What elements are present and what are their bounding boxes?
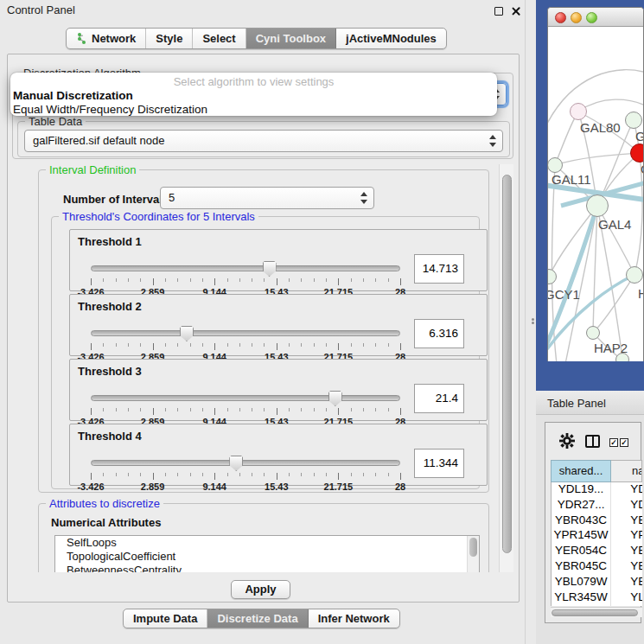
table-row[interactable]: YIL052CYIL0 (552, 605, 642, 606)
close-panel-icon[interactable] (511, 6, 521, 16)
mode-tab-discretize-data[interactable]: Discretize Data (207, 609, 308, 628)
attribute-list-item[interactable]: TopologicalCoefficient (55, 550, 479, 564)
threshold-slider[interactable]: -3.4262.8599.14415.4321.71528 (91, 324, 400, 357)
table-row[interactable]: YDL19...YDL1 (552, 482, 642, 498)
dropdown-item[interactable]: Manual Discretization (13, 89, 133, 102)
tick-mark (190, 343, 191, 347)
network-node[interactable] (626, 266, 643, 284)
table-data-combobox[interactable]: galFiltered.sif default node (24, 130, 503, 152)
panel-divider-grip[interactable] (530, 317, 535, 326)
attributes-scrollbar[interactable] (467, 536, 479, 572)
table-cell[interactable]: YPR145W (552, 528, 611, 544)
checkbox-icon[interactable]: ✓ (620, 438, 628, 447)
table-cell[interactable]: YDR2 (611, 498, 642, 513)
slider-track[interactable] (91, 330, 400, 336)
table-row[interactable]: YPR145WYPR1 (552, 528, 642, 544)
attribute-list-item[interactable]: BetweennessCentrality (55, 564, 479, 572)
table-cell[interactable]: YLR3 (611, 590, 642, 606)
threshold-slider[interactable]: -3.4262.8599.14415.4321.71528 (91, 259, 400, 292)
number-of-intervals-combobox[interactable]: 5 (160, 187, 374, 209)
threshold-slider[interactable]: -3.4262.8599.14415.4321.71528 (91, 389, 400, 422)
table-cell[interactable]: YBR0 (611, 513, 642, 529)
settings-vertical-scrollbar[interactable] (499, 164, 513, 572)
table-cell[interactable]: YBL079W (552, 575, 611, 590)
table-cell[interactable]: YPR1 (611, 528, 642, 544)
table-row[interactable]: YBL079WYBL0 (552, 575, 642, 590)
mode-tab-impute-data[interactable]: Impute Data (124, 609, 207, 628)
slider-scale-labels: -3.4262.8599.14415.4321.71528 (91, 481, 400, 492)
table-row[interactable]: YLR345WYLR3 (552, 590, 642, 606)
table-cell[interactable]: YBR043C (552, 513, 611, 529)
slider-thumb-icon[interactable] (328, 391, 342, 406)
slider-thumb-icon[interactable] (180, 326, 194, 341)
network-node[interactable] (586, 194, 609, 217)
gear-icon[interactable] (559, 433, 575, 449)
threshold-value-field[interactable]: 14.713 (414, 254, 464, 284)
slider-track[interactable] (91, 460, 400, 466)
window-minimize-icon[interactable] (571, 12, 582, 23)
table-cell[interactable]: YDR27... (552, 498, 611, 513)
table-cell[interactable]: YER0 (611, 544, 642, 559)
table-row[interactable]: YDR27...YDR2 (552, 498, 642, 513)
table-cell[interactable]: YIL052C (552, 605, 611, 606)
panel-divider[interactable] (525, 0, 526, 644)
tab-style[interactable]: Style (146, 29, 193, 48)
attributes-scrollbar-thumb[interactable] (469, 538, 477, 557)
table-row[interactable]: YER054CYER0 (552, 544, 642, 559)
slider-thumb-icon[interactable] (229, 456, 243, 471)
slider-track[interactable] (91, 265, 400, 271)
table-cell[interactable]: YDL19... (552, 482, 611, 498)
tab-cyni-toolbox[interactable]: Cyni Toolbox (246, 29, 336, 48)
dropdown-placeholder-item[interactable]: Select algorithm to view settings (10, 75, 497, 88)
apply-button[interactable]: Apply (231, 580, 290, 599)
table-cell[interactable]: YBR045C (552, 559, 611, 575)
mode-tab-infer-network[interactable]: Infer Network (309, 609, 399, 628)
selected-node[interactable] (630, 143, 643, 163)
network-canvas[interactable]: GAL80GACGAL11GAL4GCY1HHAP2 (548, 27, 643, 361)
numerical-attributes-list[interactable]: SelfLoopsTopologicalCoefficientBetweenne… (54, 535, 480, 572)
checkbox-icon[interactable]: ✓ (609, 438, 618, 447)
tick-mark (165, 408, 166, 411)
scale-label: 28 (395, 481, 405, 492)
column-header-name[interactable]: na (611, 460, 642, 482)
tab-jactivemnodules[interactable]: jActiveMNodules (336, 29, 446, 48)
threshold-value-field[interactable]: 11.344 (414, 449, 464, 478)
threshold-value-field[interactable]: 21.4 (414, 384, 464, 413)
threshold-slider[interactable]: -3.4262.8599.14415.4321.71528 (91, 454, 400, 487)
tick-mark (140, 408, 141, 411)
tick-mark (400, 408, 401, 415)
table-row[interactable]: YBR045CYBR0 (552, 559, 642, 575)
tick-mark (363, 278, 364, 282)
window-zoom-icon[interactable] (586, 12, 597, 23)
table-horizontal-scrollbar[interactable] (551, 607, 642, 617)
network-node[interactable] (625, 112, 642, 129)
table-cell[interactable]: YIL0 (611, 605, 642, 606)
float-panel-icon[interactable] (494, 7, 503, 16)
tick-mark (128, 408, 129, 411)
tick-mark (190, 473, 191, 476)
column-header-shared[interactable]: shared... (551, 460, 611, 482)
network-view-window[interactable]: GAL80GACGAL11GAL4GCY1HHAP2 (547, 7, 644, 361)
tick-mark (202, 343, 203, 347)
threshold-value-field[interactable]: 6.316 (414, 319, 464, 348)
slider-thumb-icon[interactable] (263, 261, 277, 277)
attribute-list-item[interactable]: SelfLoops (55, 536, 479, 550)
network-node[interactable] (570, 103, 587, 120)
table-row[interactable]: YBR043CYBR0 (552, 513, 642, 529)
network-window-titlebar[interactable] (548, 8, 643, 27)
tab-network[interactable]: Network (67, 29, 146, 48)
table-cell[interactable]: YLR345W (552, 590, 611, 606)
tab-select[interactable]: Select (193, 29, 245, 48)
dropdown-item[interactable]: Equal Width/Frequency Discretization (13, 103, 207, 116)
table-hscrollbar-thumb[interactable] (552, 609, 638, 616)
tick-mark (214, 408, 215, 415)
settings-scrollbar-thumb[interactable] (502, 175, 512, 553)
table-cell[interactable]: YDL1 (611, 482, 642, 498)
network-node[interactable] (586, 326, 600, 340)
split-columns-icon[interactable] (585, 435, 600, 448)
table-cell[interactable]: YBL0 (611, 575, 642, 590)
window-close-icon[interactable] (555, 12, 566, 23)
table-cell[interactable]: YBR0 (611, 559, 642, 575)
slider-track[interactable] (91, 395, 400, 401)
table-cell[interactable]: YER054C (552, 544, 611, 559)
